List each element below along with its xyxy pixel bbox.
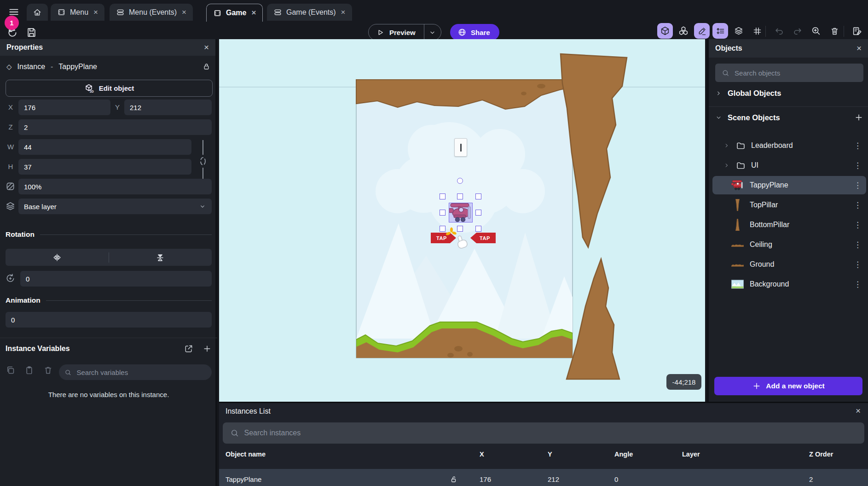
preview-button[interactable]: Preview: [368, 24, 441, 41]
instance-diamond-icon: ◇: [6, 63, 12, 71]
add-variable-button[interactable]: [203, 344, 212, 353]
chevron-right-icon: [715, 90, 722, 97]
search-variables-field[interactable]: [59, 364, 212, 380]
resize-handle-se[interactable]: [475, 226, 481, 232]
instance-zorder-cell: 2: [809, 469, 813, 486]
global-objects-group[interactable]: Global Objects: [715, 89, 781, 98]
edit-scene-properties-button[interactable]: [849, 23, 865, 39]
rotate-selection-handle[interactable]: [457, 178, 463, 184]
rotation-angle-field[interactable]: [20, 271, 212, 287]
column-y[interactable]: Y: [548, 451, 552, 458]
tab-menu-scene[interactable]: Menu ×: [51, 4, 104, 21]
column-layer[interactable]: Layer: [682, 451, 700, 458]
add-object-quick-button[interactable]: [854, 113, 863, 122]
search-objects-field[interactable]: [715, 64, 863, 82]
object-menu-button[interactable]: ⋮: [854, 181, 862, 190]
open-variables-editor-button[interactable]: [184, 344, 193, 353]
column-z-order[interactable]: Z Order: [809, 451, 833, 458]
animation-field[interactable]: [6, 312, 212, 328]
resize-handle-w[interactable]: [440, 210, 446, 216]
object-row-ground[interactable]: Ground ⋮: [712, 255, 866, 274]
resize-handle-e[interactable]: [475, 210, 481, 216]
object-menu-button[interactable]: ⋮: [854, 200, 862, 210]
object-row-tappyplane[interactable]: TappyPlane ⋮: [712, 176, 866, 194]
column-x[interactable]: X: [480, 451, 484, 458]
instance-table-row[interactable]: TappyPlane 176 212 0 2: [219, 469, 868, 486]
scene-canvas[interactable]: TAP TAP -44;218: [219, 39, 705, 402]
layer-select[interactable]: Base layer: [18, 199, 212, 214]
object-menu-button[interactable]: ⋮: [854, 220, 862, 230]
top-pillar-thumbnail-icon: [734, 199, 741, 211]
delete-variable-button[interactable]: [43, 365, 53, 375]
toggle-instances-list-button[interactable]: [712, 23, 728, 39]
object-row-toppillar[interactable]: TopPillar ⋮: [712, 196, 866, 214]
zoom-in-button[interactable]: [808, 23, 824, 39]
width-field[interactable]: [18, 139, 191, 155]
object-menu-button[interactable]: ⋮: [854, 260, 862, 269]
preview-dropdown-button[interactable]: [424, 24, 441, 40]
z-field-label: Z: [5, 119, 17, 135]
object-row-bottompillar[interactable]: BottomPillar ⋮: [712, 216, 866, 234]
scene-icon: [57, 8, 66, 17]
object-row-ui[interactable]: UI ⋮: [712, 156, 866, 175]
z-field[interactable]: [18, 119, 212, 135]
tab-close-icon[interactable]: ×: [341, 8, 346, 17]
x-field[interactable]: [18, 100, 110, 115]
flip-horizontal-button[interactable]: [6, 249, 109, 266]
tab-game-scene[interactable]: Game ×: [206, 4, 263, 22]
tappy-plane-instance[interactable]: [449, 203, 473, 223]
object-menu-button[interactable]: ⋮: [854, 240, 862, 250]
object-menu-button[interactable]: ⋮: [854, 161, 862, 170]
share-button[interactable]: Share: [450, 24, 499, 41]
close-instances-icon[interactable]: ×: [856, 406, 861, 416]
search-instances-field[interactable]: [223, 422, 864, 444]
copy-variable-button[interactable]: [6, 365, 15, 375]
edit-object-button[interactable]: 2D Edit object: [6, 80, 213, 97]
object-row-background[interactable]: Background ⋮: [712, 275, 866, 293]
flip-vertical-button[interactable]: [109, 249, 212, 266]
close-properties-icon[interactable]: ×: [204, 42, 209, 53]
tab-close-icon[interactable]: ×: [251, 8, 256, 18]
tab-close-icon[interactable]: ×: [93, 8, 98, 17]
object-name: Ceiling: [750, 240, 772, 249]
opacity-field[interactable]: [18, 179, 212, 194]
chevron-right-icon: [723, 142, 730, 149]
toggle-layers-panel-button[interactable]: [731, 23, 746, 39]
save-project-button[interactable]: [26, 27, 37, 38]
resize-handle-n[interactable]: [457, 193, 463, 199]
tab-menu-events[interactable]: Menu (Events) ×: [110, 4, 193, 21]
resize-handle-sw[interactable]: [440, 226, 446, 232]
search-instances-input[interactable]: [243, 428, 857, 438]
height-field[interactable]: [18, 159, 191, 175]
toggle-grid-button[interactable]: [749, 23, 765, 39]
tab-home[interactable]: [27, 4, 48, 21]
column-angle[interactable]: Angle: [614, 451, 633, 458]
tab-game-events[interactable]: Game (Events) ×: [267, 4, 352, 21]
toggle-3d-view-button[interactable]: [657, 23, 673, 39]
search-objects-input[interactable]: [734, 69, 857, 77]
resize-handle-ne[interactable]: [475, 193, 481, 199]
undo-button[interactable]: [771, 23, 787, 39]
object-row-ceiling[interactable]: Ceiling ⋮: [712, 235, 866, 254]
delete-button[interactable]: [827, 23, 842, 39]
open-objects-panel-button[interactable]: [676, 23, 691, 39]
object-menu-button[interactable]: ⋮: [854, 141, 862, 151]
toggle-properties-panel-button[interactable]: [694, 23, 710, 39]
column-object-name[interactable]: Object name: [226, 451, 266, 458]
paste-variable-button[interactable]: [24, 365, 34, 375]
resize-handle-nw[interactable]: [440, 193, 446, 199]
add-new-object-button[interactable]: Add a new object: [714, 377, 862, 395]
unlock-instance-button[interactable]: [449, 469, 458, 486]
close-objects-icon[interactable]: ×: [856, 43, 862, 53]
instruction-card-object[interactable]: [454, 138, 467, 157]
object-row-leaderboard[interactable]: Leaderboard ⋮: [712, 136, 866, 155]
lock-instance-button[interactable]: [202, 62, 211, 71]
flip-buttons-bar: [6, 249, 212, 266]
search-variables-input[interactable]: [75, 368, 206, 377]
y-field[interactable]: [124, 100, 212, 115]
scene-objects-group[interactable]: Scene Objects: [715, 113, 863, 122]
object-menu-button[interactable]: ⋮: [854, 280, 862, 289]
redo-button[interactable]: [790, 23, 805, 39]
tab-close-icon[interactable]: ×: [182, 8, 186, 17]
resize-handle-s[interactable]: [457, 226, 463, 232]
